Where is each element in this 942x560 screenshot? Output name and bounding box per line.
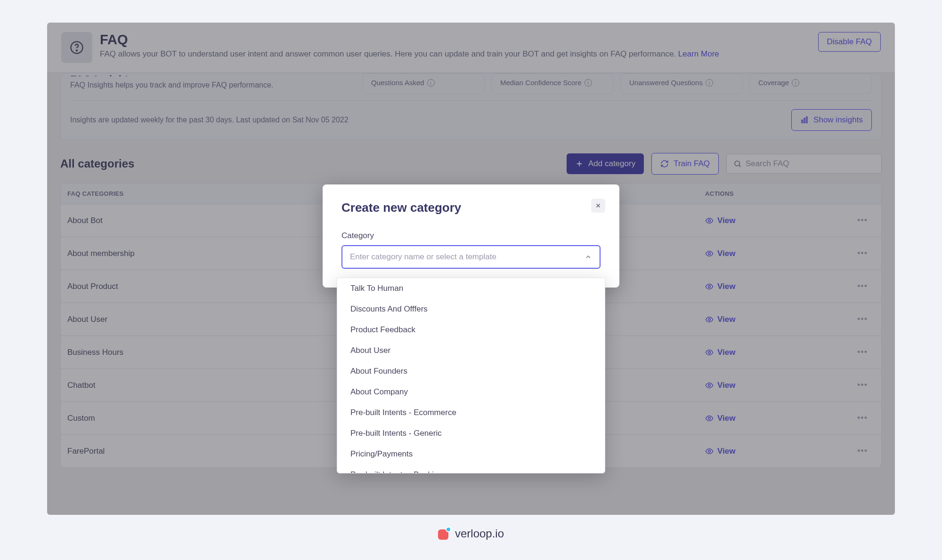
- category-dropdown: Talk To HumanDiscounts And OfffersProduc…: [337, 278, 605, 473]
- category-field-label: Category: [341, 231, 601, 240]
- category-input[interactable]: [350, 252, 585, 262]
- brand-name: verloop.io: [455, 527, 504, 540]
- dropdown-option[interactable]: Pre-built Intents - Banking: [337, 464, 605, 473]
- create-category-modal: Create new category Category: [323, 184, 619, 288]
- dropdown-option[interactable]: Product Feedback: [337, 320, 605, 340]
- dropdown-option[interactable]: About User: [337, 340, 605, 361]
- brand-footer: verloop.io: [47, 527, 895, 540]
- dropdown-option[interactable]: About Founders: [337, 361, 605, 382]
- modal-title: Create new category: [341, 200, 601, 215]
- dropdown-option[interactable]: Pre-built Intents - Ecommerce: [337, 402, 605, 423]
- logo-icon: [438, 528, 450, 540]
- chevron-up-icon[interactable]: [585, 253, 592, 261]
- dropdown-option[interactable]: Talk To Human: [337, 278, 605, 299]
- dropdown-option[interactable]: Pre-built Intents - Generic: [337, 423, 605, 444]
- category-combobox[interactable]: [341, 245, 601, 269]
- close-icon[interactable]: [591, 199, 605, 213]
- dropdown-option[interactable]: Discounts And Offfers: [337, 299, 605, 320]
- dropdown-option[interactable]: Pricing/Payments: [337, 444, 605, 464]
- dropdown-option[interactable]: About Company: [337, 382, 605, 402]
